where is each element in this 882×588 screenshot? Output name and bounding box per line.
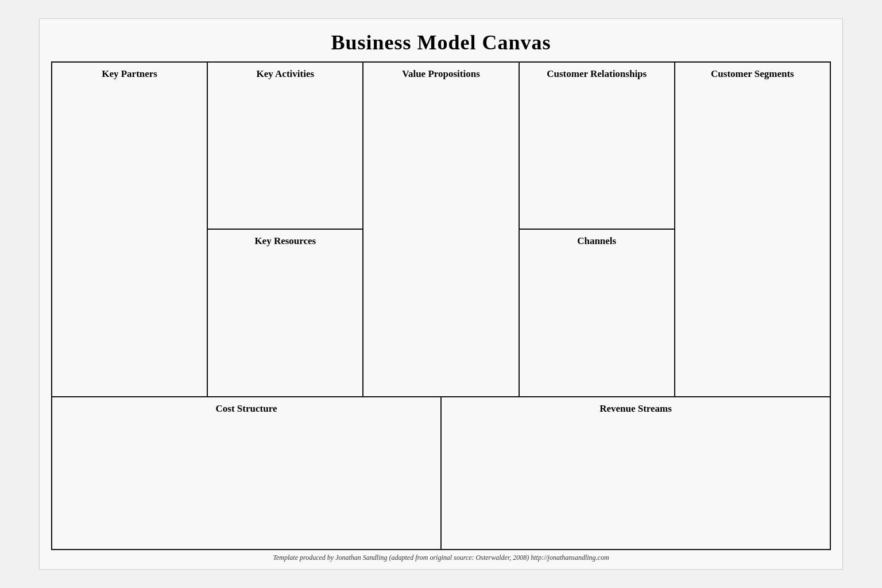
value-propositions-cell[interactable]: Value Propositions: [363, 63, 518, 396]
key-activities-resources-column: Key Activities Key Resources: [208, 63, 363, 396]
customer-relationships-cell[interactable]: Customer Relationships: [520, 63, 674, 230]
cost-structure-label: Cost Structure: [216, 403, 277, 415]
canvas-grid: Key Partners Key Activities Key Resource…: [51, 61, 831, 550]
value-propositions-column: Value Propositions: [363, 63, 519, 396]
key-partners-cell[interactable]: Key Partners: [52, 63, 207, 396]
channels-label: Channels: [577, 235, 616, 247]
revenue-streams-column: Revenue Streams: [442, 397, 830, 549]
footer-text: Template produced by Jonathan Sandling (…: [51, 550, 831, 563]
customer-segments-cell[interactable]: Customer Segments: [675, 63, 830, 396]
customer-segments-column: Customer Segments: [675, 63, 830, 396]
key-resources-label: Key Resources: [254, 235, 316, 247]
cost-structure-column: Cost Structure: [52, 397, 442, 549]
channels-cell[interactable]: Channels: [520, 230, 674, 396]
revenue-streams-label: Revenue Streams: [599, 403, 672, 415]
customer-relationships-label: Customer Relationships: [547, 68, 647, 80]
key-partners-column: Key Partners: [52, 63, 208, 396]
customer-segments-label: Customer Segments: [711, 68, 794, 80]
top-section: Key Partners Key Activities Key Resource…: [52, 63, 830, 397]
page-title: Business Model Canvas: [51, 25, 831, 61]
cr-channels-column: Customer Relationships Channels: [520, 63, 675, 396]
cost-structure-cell[interactable]: Cost Structure: [52, 397, 440, 549]
revenue-streams-cell[interactable]: Revenue Streams: [442, 397, 830, 549]
value-propositions-label: Value Propositions: [402, 68, 480, 80]
business-model-canvas-page: Business Model Canvas Key Partners Key A…: [39, 18, 843, 570]
key-partners-label: Key Partners: [102, 68, 157, 80]
bottom-section: Cost Structure Revenue Streams: [52, 397, 830, 549]
key-activities-label: Key Activities: [257, 68, 315, 80]
key-activities-cell[interactable]: Key Activities: [208, 63, 362, 230]
key-resources-cell[interactable]: Key Resources: [208, 230, 362, 396]
